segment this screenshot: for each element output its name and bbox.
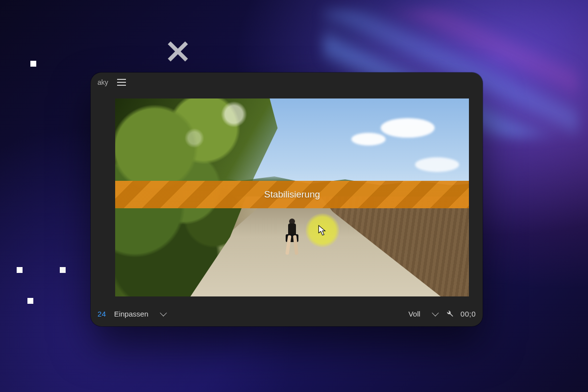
project-name: aky [98, 78, 108, 86]
panel-menu-icon[interactable] [117, 79, 126, 86]
duration-timecode: 00;0 [461, 310, 476, 318]
monitor-bottom-bar: 24 Einpassen Voll 00;0 [91, 301, 483, 326]
decoration-square [27, 298, 33, 304]
decoration-square [17, 267, 23, 273]
preview-subject [285, 219, 299, 257]
panel-titlebar: aky [91, 73, 483, 92]
zoom-level-dropdown[interactable]: Einpassen [113, 308, 166, 320]
playback-quality-value: Voll [409, 310, 420, 318]
settings-wrench-icon[interactable] [445, 309, 454, 318]
program-monitor-panel: aky Stabilisierung 24 Einpassen [91, 73, 483, 326]
stabilization-banner: Stabilisierung [115, 181, 469, 208]
chevron-down-icon [432, 310, 439, 317]
decoration-square [30, 61, 36, 67]
playhead-timecode[interactable]: 24 [98, 310, 106, 318]
stabilization-banner-label: Stabilisierung [264, 189, 320, 200]
close-icon [167, 40, 189, 63]
zoom-level-value: Einpassen [114, 310, 148, 318]
playback-quality-dropdown[interactable]: Voll [408, 308, 438, 320]
video-preview[interactable]: Stabilisierung [115, 98, 469, 296]
decoration-square [60, 267, 66, 273]
chevron-down-icon [160, 310, 167, 317]
